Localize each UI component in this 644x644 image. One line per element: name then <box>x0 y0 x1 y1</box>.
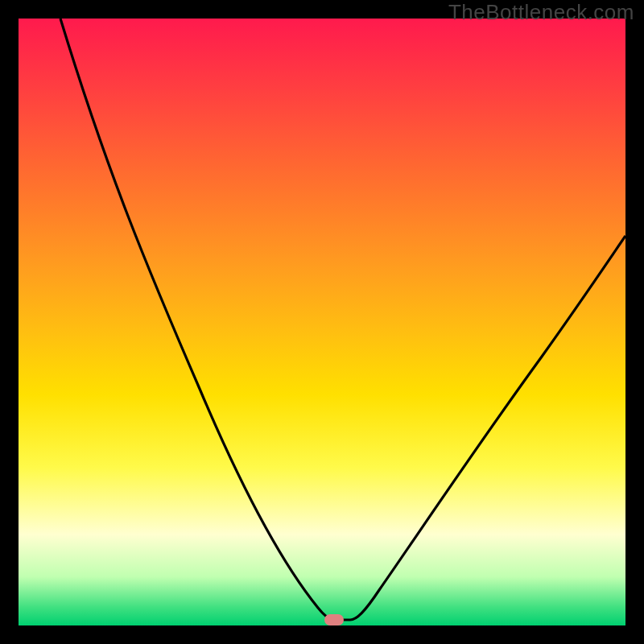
bottleneck-curve <box>60 19 625 620</box>
chart-container: TheBottleneck.com <box>0 0 644 644</box>
curve-layer <box>19 19 625 625</box>
watermark-label: TheBottleneck.com <box>448 0 634 25</box>
optimal-point-marker <box>324 614 344 625</box>
